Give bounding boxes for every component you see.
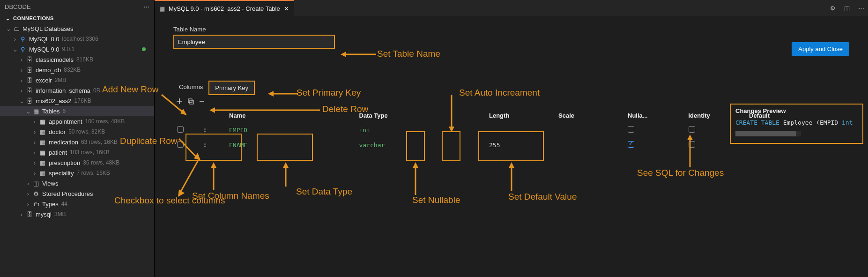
db-icon: 🗄 <box>25 211 34 218</box>
col-header-length: Length <box>485 108 555 122</box>
table-icon: ▦ <box>38 139 47 146</box>
db-node[interactable]: ›🗄information_schema0B <box>0 85 154 96</box>
table-node[interactable]: ›▦patient103 rows, 16KB <box>0 147 154 157</box>
table-group-icon: ▦ <box>32 108 40 115</box>
folder-icon: 🗀 <box>12 25 21 32</box>
table-node[interactable]: ›▦appointment100 rows, 48KB <box>0 116 154 127</box>
changes-preview-title: Changes Preview <box>735 107 858 114</box>
row-select-checkbox[interactable] <box>177 126 184 133</box>
nullable-checkbox[interactable] <box>628 126 634 133</box>
more-icon[interactable]: ⋯ <box>143 3 149 10</box>
editor-tab[interactable]: ▦ MySQL 9.0 - mis602_ass2 - Create Table… <box>155 0 294 16</box>
drag-handle-icon[interactable]: ⠿ <box>203 128 206 133</box>
split-icon[interactable]: ◫ <box>840 0 854 16</box>
table-icon: ▦ <box>38 149 47 156</box>
identity-checkbox[interactable] <box>689 126 695 133</box>
connections-header[interactable]: ⌄CONNECTIONS <box>0 13 154 23</box>
sidebar: DBCODE ⋯ ⌄CONNECTIONS ⌄🗀 MySQL Databases… <box>0 0 155 277</box>
drag-handle-icon[interactable]: ⠿ <box>203 143 206 148</box>
column-name[interactable]: ENAME <box>229 142 247 149</box>
column-datatype[interactable]: varchar <box>359 142 385 149</box>
column-datatype[interactable]: int <box>359 127 370 134</box>
db-icon: 🗄 <box>25 56 34 63</box>
types-node[interactable]: ›🗀Types44 <box>0 199 154 209</box>
views-node[interactable]: ›◫Views <box>0 178 154 188</box>
editor-tab-bar: ▦ MySQL 9.0 - mis602_ass2 - Create Table… <box>155 0 868 16</box>
folder-icon: ◫ <box>32 180 40 187</box>
col-header-name: Name <box>225 108 356 122</box>
more-icon[interactable]: ⋯ <box>854 0 868 16</box>
designer-tabs: Columns Primary Key <box>173 81 849 95</box>
sql-scrollbar[interactable] <box>735 131 801 136</box>
delete-row-icon[interactable] <box>199 98 205 106</box>
svg-rect-0 <box>188 99 192 103</box>
duplicate-row-icon[interactable] <box>187 98 194 106</box>
panel-title: DBCODE <box>5 3 31 10</box>
column-name[interactable]: EMPID <box>229 127 247 134</box>
tree-root[interactable]: ⌄🗀 MySQL Databases <box>0 23 154 34</box>
table-tab-icon: ▦ <box>159 5 165 12</box>
db-node[interactable]: ›🗄demo_db832KB <box>0 65 154 75</box>
tables-node[interactable]: ⌄▦Tables6 <box>0 106 154 116</box>
connection-mysql90[interactable]: ⌄⚲ MySQL 9.0 9.0.1 <box>0 44 154 54</box>
table-icon: ▦ <box>38 170 47 177</box>
nullable-checkbox[interactable] <box>628 141 634 148</box>
table-node[interactable]: ›▦medication63 rows, 16KB <box>0 137 154 147</box>
table-node[interactable]: ›▦speciality7 rows, 16KB <box>0 168 154 178</box>
col-header-scale: Scale <box>555 108 624 122</box>
folder-icon: 🗀 <box>32 201 40 208</box>
table-name-input[interactable] <box>173 35 335 49</box>
table-name-label: Table Name <box>173 26 849 33</box>
last-db[interactable]: ›🗄 mysql 3MB <box>0 209 154 219</box>
svg-rect-1 <box>190 100 193 104</box>
table-node[interactable]: ›▦prescription36 rows, 48KB <box>0 157 154 168</box>
table-icon: ▦ <box>38 159 47 166</box>
changes-preview-panel: Changes Preview CREATE TABLE Employee (E… <box>730 104 863 144</box>
db-icon: 🗄 <box>25 97 34 105</box>
close-icon[interactable]: ✕ <box>284 5 289 12</box>
table-icon: ▦ <box>38 118 47 125</box>
add-row-icon[interactable] <box>176 98 183 106</box>
folder-icon: ⚙ <box>32 190 40 197</box>
db-node[interactable]: ›🗄excelr2MB <box>0 75 154 85</box>
db-icon: 🗄 <box>25 87 34 94</box>
db-icon: 🗄 <box>25 77 34 84</box>
table-icon: ▦ <box>38 128 47 135</box>
plug-icon: ⚲ <box>19 46 27 53</box>
connection-mysql80[interactable]: ›⚲ MySQL 8.0 localhost:3306 <box>0 34 154 44</box>
settings-icon[interactable]: ⚙ <box>826 0 840 16</box>
column-length[interactable]: 255 <box>489 142 500 149</box>
identity-checkbox[interactable] <box>689 141 695 148</box>
columns-tab[interactable]: Columns <box>173 81 208 95</box>
online-dot-icon <box>142 47 146 51</box>
table-node[interactable]: ›▦doctor50 rows, 32KB <box>0 127 154 137</box>
db-node[interactable]: ⌄🗄mis602_ass2176KB <box>0 96 154 106</box>
apply-close-button[interactable]: Apply and Close <box>792 42 849 56</box>
primary-key-tab[interactable]: Primary Key <box>208 81 255 95</box>
col-header-datatype: Data Type <box>356 108 486 122</box>
sql-preview: CREATE TABLE Employee (EMPID int <box>735 119 858 126</box>
col-header-nullable: Nulla... <box>624 108 685 122</box>
procs-node[interactable]: ›⚙Stored Procedures <box>0 188 154 199</box>
db-node[interactable]: ›🗄classicmodels816KB <box>0 54 154 65</box>
plug-icon: ⚲ <box>19 36 27 43</box>
row-select-checkbox[interactable] <box>177 141 184 148</box>
db-icon: 🗄 <box>25 67 34 74</box>
